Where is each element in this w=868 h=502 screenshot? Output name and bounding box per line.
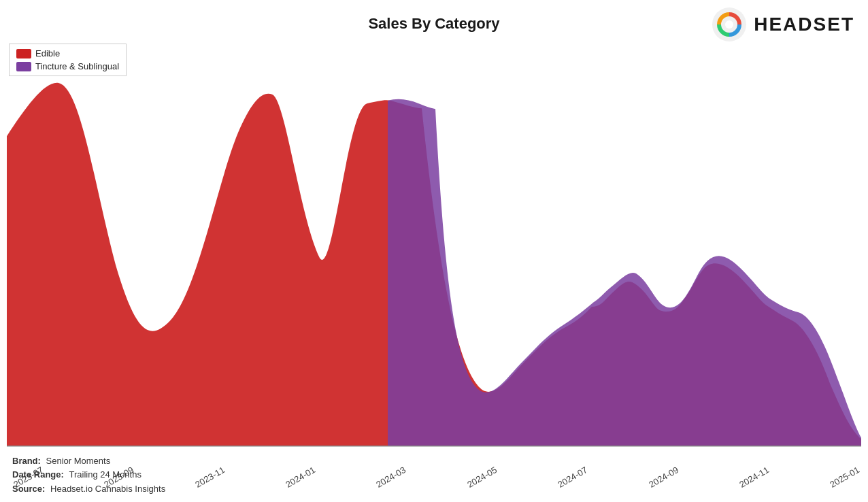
- chart-svg: [7, 42, 861, 453]
- footer-date-range: Date Range: Trailing 24 Months: [12, 468, 165, 482]
- footer-source: Source: Headset.io Cannabis Insights: [12, 482, 165, 497]
- footer-brand: Brand: Senior Moments: [12, 454, 165, 469]
- xaxis-label-2: 2023-11: [193, 465, 227, 490]
- xaxis-label-9: 2025-01: [828, 465, 861, 490]
- footer-info: Brand: Senior Moments Date Range: Traili…: [12, 454, 165, 497]
- xaxis-label-7: 2024-09: [647, 465, 680, 490]
- chart-area: [7, 42, 861, 453]
- xaxis-label-5: 2024-05: [465, 465, 499, 490]
- page-container: HEADSET Sales By Category Edible Tinctur…: [0, 0, 868, 502]
- footer-source-label: Source:: [12, 484, 45, 494]
- xaxis-label-4: 2024-03: [375, 465, 408, 490]
- chart-title: Sales By Category: [0, 15, 868, 33]
- footer-date-range-label: Date Range:: [12, 469, 64, 480]
- footer-source-value: Headset.io Cannabis Insights: [50, 484, 165, 494]
- footer-brand-value: Senior Moments: [46, 456, 111, 466]
- xaxis-label-8: 2024-11: [737, 465, 771, 490]
- tincture-area: [388, 99, 861, 446]
- xaxis-label-6: 2024-07: [556, 465, 589, 490]
- xaxis-label-3: 2024-01: [284, 465, 317, 490]
- footer-date-range-value: Trailing 24 Months: [69, 469, 141, 480]
- footer-brand-label: Brand:: [12, 456, 41, 466]
